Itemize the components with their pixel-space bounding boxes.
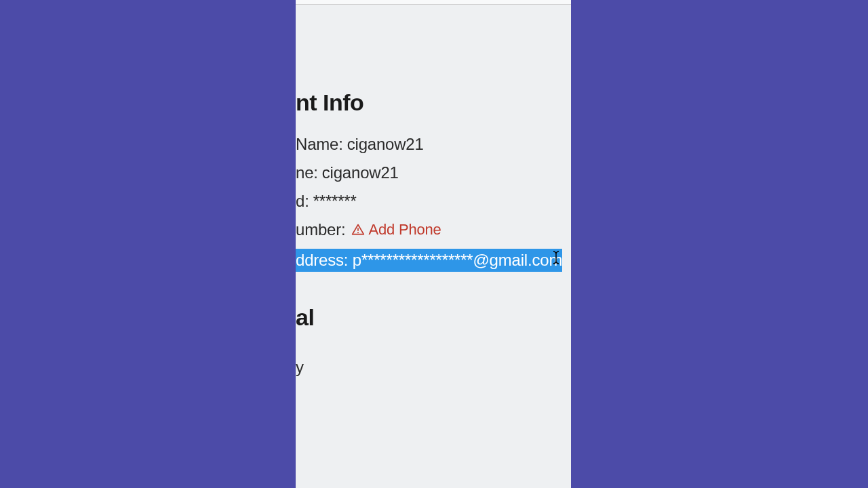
- add-phone-label: Add Phone: [369, 221, 441, 239]
- username-label: ne:: [296, 163, 318, 182]
- birthday-label: y: [296, 358, 304, 376]
- settings-panel: nt Info Name: ciganow21 ne: ciganow21 d:…: [296, 0, 571, 488]
- content-area: nt Info Name: ciganow21 ne: ciganow21 d:…: [296, 5, 571, 377]
- display-name-row: Name: ciganow21: [296, 135, 571, 154]
- window-top-bar: [296, 0, 571, 5]
- email-label: ddress:: [296, 251, 348, 269]
- password-value: *******: [313, 192, 357, 211]
- username-value: ciganow21: [322, 163, 399, 182]
- svg-point-1: [357, 232, 359, 233]
- password-row: d: *******: [296, 192, 571, 211]
- username-row: ne: ciganow21: [296, 163, 571, 182]
- password-label: d:: [296, 192, 309, 211]
- email-row-selected[interactable]: ddress: p******************@gmail.com: [296, 249, 562, 272]
- personal-heading: al: [296, 304, 571, 331]
- warning-triangle-icon: [351, 223, 365, 237]
- add-phone-link[interactable]: Add Phone: [351, 221, 441, 239]
- account-info-heading: nt Info: [296, 89, 571, 116]
- phone-row: umber: Add Phone: [296, 220, 571, 239]
- email-value: p******************@gmail.com: [353, 251, 562, 269]
- phone-label: umber:: [296, 220, 346, 239]
- birthday-row: y: [296, 358, 571, 377]
- display-name-value: ciganow21: [347, 135, 424, 154]
- display-name-label: Name:: [296, 135, 343, 154]
